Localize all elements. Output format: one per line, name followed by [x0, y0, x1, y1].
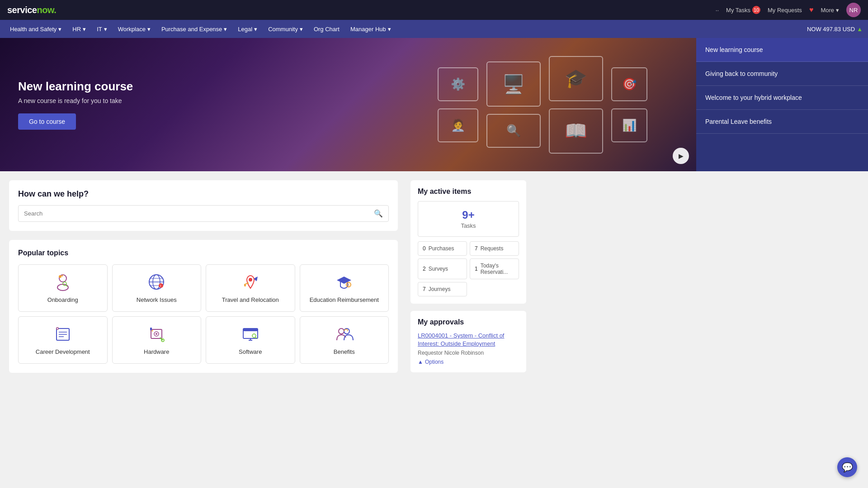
chevron-down-icon: ▾: [300, 26, 303, 33]
hardware-label: Hardware: [144, 348, 169, 356]
surveys-label: Surveys: [429, 266, 448, 272]
tasks-count: 9+: [425, 209, 511, 221]
top-bar: servicenow. ·· My Tasks 10 My Requests ♥…: [0, 0, 868, 20]
nav-legal[interactable]: Legal ▾: [233, 23, 262, 35]
career-icon: [53, 324, 73, 344]
purchases-count: 0: [423, 245, 426, 252]
hero-title: New learning course: [18, 80, 133, 94]
search-icon: 🔍: [374, 209, 383, 218]
nav-hr[interactable]: HR ▾: [68, 23, 90, 35]
hero-gear-icon: ⚙️: [438, 67, 478, 101]
network-issues-label: Network Issues: [137, 296, 177, 304]
topic-hardware[interactable]: Hardware: [112, 316, 202, 364]
approval-options[interactable]: ▲ Options: [418, 359, 519, 365]
logo[interactable]: servicenow.: [7, 5, 56, 15]
hero-sidebar: New learning course Giving back to commu…: [696, 38, 868, 171]
topic-onboarding[interactable]: Onboarding: [18, 264, 108, 312]
journeys-label: Journeys: [429, 286, 451, 292]
approvals-section: My approvals LR0004001 - System - Confli…: [410, 311, 526, 372]
topic-software[interactable]: Software: [206, 316, 295, 364]
tasks-box: 9+ Tasks: [418, 201, 519, 237]
nav-workplace[interactable]: Workplace ▾: [113, 23, 155, 35]
my-tasks[interactable]: My Tasks 10: [726, 6, 760, 14]
item-reservations[interactable]: 1 Today's Reservati...: [470, 258, 519, 279]
item-journeys[interactable]: 7 Journeys: [418, 282, 467, 296]
logo-text: servicenow.: [7, 5, 56, 15]
approval-link[interactable]: LR0004001 - System - Conflict of Interes…: [418, 332, 519, 348]
sidebar-item-giving-back[interactable]: Giving back to community: [696, 62, 868, 86]
topic-travel-relocation[interactable]: Travel and Relocation: [206, 264, 295, 312]
help-section: How can we help? 🔍: [9, 180, 398, 231]
surveys-count: 2: [423, 266, 426, 272]
avatar[interactable]: NR: [846, 3, 861, 17]
search-input[interactable]: [24, 210, 370, 217]
reservations-label: Today's Reservati...: [481, 263, 514, 275]
hero-person-icon: 🧑‍💼: [438, 108, 478, 142]
more-menu[interactable]: More ▾: [821, 7, 839, 14]
item-surveys[interactable]: 2 Surveys: [418, 258, 467, 279]
nav-it[interactable]: IT ▾: [92, 23, 112, 35]
hero-magnify-icon: 🔍: [486, 114, 541, 148]
nav-items: Health and Safety ▾ HR ▾ IT ▾ Workplace …: [5, 23, 396, 35]
nav-purchase-expense[interactable]: Purchase and Expense ▾: [157, 23, 231, 35]
hero-chart-icon: 📊: [611, 108, 647, 142]
hero-subtitle: A new course is ready for you to take: [18, 97, 133, 104]
nav-manager-hub[interactable]: Manager Hub ▾: [346, 23, 396, 35]
active-items-section: My active items 9+ Tasks 0 Purchases 7 R…: [410, 180, 526, 304]
hero-monitor-icon: 🖥️: [486, 61, 541, 107]
content-right: My active items 9+ Tasks 0 Purchases 7 R…: [407, 180, 533, 373]
chevron-down-icon: ▾: [224, 26, 227, 33]
svg-text:!: !: [160, 284, 161, 287]
sidebar-item-new-learning[interactable]: New learning course: [696, 38, 868, 62]
hero-main: ⚙️ 🧑‍💼 🖥️ 🔍 🎓 📖 🎯 📊 New learning co: [0, 38, 696, 171]
onboarding-label: Onboarding: [47, 296, 78, 304]
topics-grid: Onboarding ! Network: [18, 264, 389, 364]
my-requests[interactable]: My Requests: [768, 7, 802, 14]
chevron-down-icon: ▾: [58, 26, 61, 33]
topic-career[interactable]: Career Development: [18, 316, 108, 364]
hero-book-icon: 📖: [549, 108, 603, 154]
hardware-icon: [146, 324, 166, 344]
main-content: How can we help? 🔍 Popular topics: [0, 171, 868, 382]
item-purchases[interactable]: 0 Purchases: [418, 241, 467, 256]
my-requests-label: My Requests: [768, 7, 802, 14]
svg-point-24: [156, 333, 157, 335]
chevron-up-icon: ▲: [418, 359, 423, 365]
nav-org-chart[interactable]: Org Chart: [309, 23, 344, 35]
chevron-down-icon: ▾: [388, 26, 391, 33]
sidebar-item-parental-leave[interactable]: Parental Leave benefits: [696, 110, 868, 134]
favorites-heart-icon[interactable]: ♥: [809, 6, 814, 14]
more-chevron-icon: ▾: [836, 7, 839, 14]
sidebar-item-hybrid-workplace[interactable]: Welcome to your hybrid workplace: [696, 86, 868, 110]
chevron-down-icon: ▾: [254, 26, 257, 33]
education-icon: $: [334, 272, 354, 292]
nav-community[interactable]: Community ▾: [264, 23, 307, 35]
software-label: Software: [239, 348, 262, 356]
avatar-initials: NR: [849, 7, 858, 14]
onboarding-icon: [53, 272, 73, 292]
item-requests[interactable]: 7 Requests: [470, 241, 519, 256]
purchases-label: Purchases: [429, 245, 454, 252]
requests-label: Requests: [481, 245, 504, 252]
topics-title: Popular topics: [18, 249, 389, 257]
topics-section: Popular topics Onboarding: [9, 240, 398, 373]
more-label: More: [821, 7, 834, 14]
approval-requestor: Requestor Nicole Robinson: [418, 350, 519, 356]
hero-visual: ⚙️ 🧑‍💼 🖥️ 🔍 🎓 📖 🎯 📊: [407, 38, 678, 171]
topic-network-issues[interactable]: ! Network Issues: [112, 264, 202, 312]
help-title: How can we help?: [18, 189, 389, 199]
topic-benefits[interactable]: Benefits: [300, 316, 389, 364]
travel-icon: [241, 272, 260, 292]
chevron-down-icon: ▾: [83, 26, 86, 33]
topic-education[interactable]: $ Education Reimbursement: [300, 264, 389, 312]
search-box[interactable]: 🔍: [18, 205, 389, 222]
go-to-course-button[interactable]: Go to course: [18, 113, 76, 130]
dots-menu[interactable]: ··: [716, 7, 719, 14]
play-button[interactable]: ▶: [673, 148, 689, 164]
svg-point-3: [63, 282, 66, 286]
benefits-icon: [334, 324, 354, 344]
hero-target-icon: 🎯: [611, 67, 647, 101]
nav-health-safety[interactable]: Health and Safety ▾: [5, 23, 66, 35]
chevron-down-icon: ▾: [147, 26, 151, 33]
svg-rect-30: [243, 328, 258, 331]
